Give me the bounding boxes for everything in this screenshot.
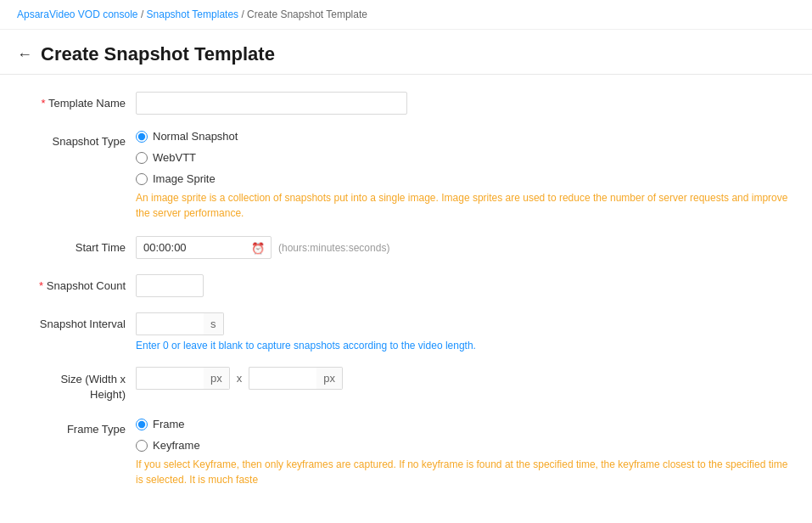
size-input-row: px x px [136, 367, 795, 390]
breadcrumb-link-templates[interactable]: Snapshot Templates [147, 8, 239, 20]
radio-image-sprite[interactable]: Image Sprite [136, 172, 795, 185]
snapshot-type-radio-group: Normal Snapshot WebVTT Image Sprite [136, 130, 795, 185]
start-time-wrap: ⏰ [136, 236, 272, 259]
breadcrumb-current: Create Snapshot Template [247, 8, 367, 20]
start-time-content: ⏰ (hours:minutes:seconds) [136, 236, 795, 259]
radio-normal-label: Normal Snapshot [153, 130, 238, 143]
template-name-row: Template Name [17, 92, 795, 115]
size-width-input[interactable] [136, 367, 204, 390]
clock-icon: ⏰ [251, 241, 265, 254]
interval-input-row: s [136, 312, 795, 335]
radio-keyframe-input[interactable] [136, 440, 148, 452]
snapshot-type-row: Snapshot Type Normal Snapshot WebVTT Ima… [17, 130, 795, 221]
frame-type-radio-group: Frame Keyframe [136, 418, 795, 452]
breadcrumb-separator-1: / [141, 8, 147, 20]
radio-keyframe-label: Keyframe [153, 439, 200, 452]
size-label: Size (Width xHeight) [17, 367, 136, 402]
interval-suffix: s [204, 312, 224, 335]
radio-webvtt-label: WebVTT [153, 151, 196, 164]
size-height-suffix: px [316, 367, 343, 390]
time-format-hint: (hours:minutes:seconds) [278, 242, 389, 254]
snapshot-count-content [136, 274, 795, 297]
snapshot-interval-row: Snapshot Interval s Enter 0 or leave it … [17, 312, 795, 351]
radio-image-sprite-input[interactable] [136, 173, 148, 185]
radio-frame-label: Frame [153, 418, 185, 430]
breadcrumb-link-vod[interactable]: ApsaraVideo VOD console [17, 8, 138, 20]
size-height-input[interactable] [249, 367, 316, 390]
image-sprite-hint: An image sprite is a collection of snaps… [136, 190, 795, 221]
interval-hint: Enter 0 or leave it blank to capture sna… [136, 340, 795, 351]
frame-type-row: Frame Type Frame Keyframe If you select … [17, 418, 795, 487]
snapshot-type-label: Snapshot Type [17, 130, 136, 148]
snapshot-type-content: Normal Snapshot WebVTT Image Sprite An i… [136, 130, 795, 221]
template-name-input[interactable] [136, 92, 407, 115]
snapshot-count-label: Snapshot Count [17, 274, 136, 292]
radio-normal-input[interactable] [136, 131, 148, 143]
frame-type-content: Frame Keyframe If you select Keyframe, t… [136, 418, 795, 487]
radio-webvtt[interactable]: WebVTT [136, 151, 795, 164]
back-arrow-icon[interactable]: ← [17, 46, 32, 64]
radio-image-sprite-label: Image Sprite [153, 172, 216, 185]
snapshot-interval-input[interactable] [136, 312, 204, 335]
snapshot-count-input[interactable] [136, 274, 204, 297]
template-name-label: Template Name [17, 92, 136, 110]
size-separator: x [237, 372, 243, 385]
snapshot-interval-label: Snapshot Interval [17, 312, 136, 330]
frame-type-label: Frame Type [17, 418, 136, 436]
size-width-suffix: px [204, 367, 230, 390]
template-name-content [136, 92, 795, 115]
breadcrumb: ApsaraVideo VOD console / Snapshot Templ… [0, 0, 812, 30]
start-time-input-row: ⏰ (hours:minutes:seconds) [136, 236, 795, 259]
size-row: Size (Width xHeight) px x px [17, 367, 795, 402]
radio-normal-snapshot[interactable]: Normal Snapshot [136, 130, 795, 143]
radio-frame-input[interactable] [136, 419, 148, 430]
snapshot-interval-content: s Enter 0 or leave it blank to capture s… [136, 312, 795, 351]
radio-webvtt-input[interactable] [136, 152, 148, 164]
start-time-label: Start Time [17, 236, 136, 254]
start-time-row: Start Time ⏰ (hours:minutes:seconds) [17, 236, 795, 259]
page-title: Create Snapshot Template [41, 43, 275, 65]
radio-frame[interactable]: Frame [136, 418, 795, 430]
radio-keyframe[interactable]: Keyframe [136, 439, 795, 452]
snapshot-count-row: Snapshot Count [17, 274, 795, 297]
keyframe-hint: If you select Keyframe, then only keyfra… [136, 457, 795, 487]
size-content: px x px [136, 367, 795, 390]
